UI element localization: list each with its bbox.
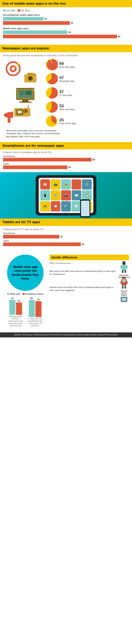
section3-subtitle: Frequent users of newspaper apps by devi… (3, 151, 129, 154)
section3-tablet-label: Tablet (3, 163, 129, 165)
pie-value-tv: 37 (59, 90, 72, 94)
legend-teal2-box (7, 293, 9, 295)
app-icon-8: 📷 (61, 190, 71, 200)
app-icon-10: 🏠 (82, 190, 92, 200)
bar-teal-30 (3, 17, 43, 20)
svg-point-28 (4, 114, 6, 117)
bar-row-42: 42 (3, 235, 129, 238)
bottom-bar-79: 79 (35, 298, 41, 317)
app-icon-12: 💬 (51, 201, 60, 211)
section3-smartphone-label: Smartphone (3, 155, 129, 158)
pie-value-news-service: 25 (59, 118, 76, 122)
section4: Tablets are for TV apps Frequent users o… (0, 218, 132, 252)
svg-rect-48 (126, 281, 127, 284)
app-icon-9: ✉️ (72, 190, 81, 200)
phone-screen (81, 200, 90, 216)
bar-value-85: 85 (118, 35, 120, 38)
legend-red2-box (23, 293, 25, 295)
bar-teal-48 (3, 30, 68, 34)
app-icon-3: 📻 (61, 180, 71, 190)
svg-point-22 (25, 110, 27, 112)
app-icon-6: 📱 (40, 190, 50, 200)
pie-chart-niche (46, 59, 58, 71)
legend-q1-2012: Q1 2012 (3, 9, 15, 12)
illustration-col (3, 59, 43, 123)
section2-note: About half of all mobile news consumers … (6, 129, 61, 138)
woman-figure-icon (119, 276, 128, 290)
pie-info-news-service: 25 News service apps (59, 118, 76, 124)
gender-row-women: Women were more likely than men to downl… (50, 282, 129, 296)
svg-rect-26 (8, 118, 11, 123)
pie-info-tv: 37 TV news apps (59, 90, 72, 96)
section4-chart: Smartphone 42 Tablet 58 (3, 232, 129, 246)
app-icon-13: 🔍 (61, 201, 71, 211)
bottom-legend-smartphone: Smartphone owners (23, 293, 43, 295)
svg-rect-17 (22, 100, 28, 102)
section4-smartphone-label: Smartphone (3, 232, 129, 234)
svg-rect-45 (122, 286, 123, 289)
section2-header: Newspaper apps are popular (0, 45, 132, 52)
bar-row-50: 50 (3, 21, 129, 25)
pie-value-newspaper: 47 (59, 76, 75, 80)
target-icon (5, 61, 21, 77)
app-icon-14: 📊 (72, 201, 81, 211)
app-icon-7: 🗺️ (51, 190, 60, 200)
phone-device (80, 199, 90, 218)
pie-label-niche: Niche news apps (59, 66, 75, 68)
bottom-bar-85: 85 (29, 297, 35, 317)
bar-val-85: 85 (30, 297, 33, 300)
bottom-legend-tablet: Tablet users (7, 293, 21, 295)
svg-point-8 (29, 77, 32, 80)
pie-item-news-service: 25 News service apps (46, 115, 129, 127)
bottom-legend-smartphone-label: Smartphone owners (25, 293, 43, 295)
bottom-legend-tablet-label: Tablet users (10, 293, 21, 295)
pie-item-newspaper: 47 Newspaper apps (46, 73, 129, 85)
bar-row-66: 66 (3, 158, 129, 162)
tv-icon (15, 87, 35, 103)
radio-icon (13, 105, 31, 117)
legend-red-box (18, 10, 20, 12)
bottom-bar-74: 74 (9, 297, 15, 315)
bar-rect-74 (9, 300, 15, 315)
section2-subtitle: Among those who use their smartphones to… (3, 54, 129, 57)
section2: Newspaper apps are popular Among those w… (0, 45, 132, 138)
legend-q1-2012-label: Q1 2012 (7, 9, 15, 12)
pie-chart-newspaper (46, 73, 58, 85)
svg-rect-36 (122, 265, 126, 270)
bar-label-group2: TV app users who download the app of the… (27, 318, 43, 327)
svg-rect-15 (25, 91, 31, 95)
gender-figure-women: Women prefer tablets (119, 282, 129, 296)
bar-row-85: 85 (3, 35, 129, 38)
bar-red-58 (3, 242, 81, 246)
section1-legend: Q1 2012 Q1 2013 (3, 9, 129, 12)
legend-q1-2013: Q1 2013 (18, 9, 30, 12)
section4-header: Tablets are for TV apps (0, 218, 132, 226)
bar-row-48-s3: 48 (3, 166, 129, 169)
pie-item-tv: 37 TV news apps (46, 87, 129, 99)
app-icon-5: ⚙️ (82, 180, 92, 190)
bar-value-50: 50 (71, 22, 73, 24)
pie-info-niche: 69 Niche news apps (59, 61, 75, 68)
app-icon-1: 📰 (40, 180, 50, 190)
bottom-right: Gender differences When consuming news: … (50, 254, 129, 328)
pie-label-news-service: News service apps (59, 122, 76, 124)
bar-rect-61 (16, 302, 22, 315)
svg-line-24 (27, 105, 29, 108)
svg-rect-47 (120, 281, 122, 284)
svg-point-35 (122, 263, 125, 265)
pie-info-radio: 33 Radio news apps (59, 104, 75, 110)
section4-subtitle: Frequent users of TV apps by device (%) (3, 228, 129, 230)
tablet-illustration: 📰 📺 📻 🎵 ⚙️ 📱 🗺️ 📷 ✉️ 🏠 🎮 💬 🔍 📊 🛒 (0, 172, 132, 218)
pie-chart-news-service (46, 115, 58, 127)
section1-header: Use of mobile news apps is on the rise (0, 0, 132, 7)
bar-val-61: 61 (18, 300, 20, 302)
legend-teal-box (3, 10, 6, 12)
bar-rect-85 (29, 300, 35, 317)
svg-rect-40 (126, 265, 127, 269)
svg-rect-38 (124, 270, 126, 273)
pie-label-radio: Radio news apps (59, 108, 75, 110)
pie-label-tv: TV news apps (59, 94, 72, 96)
bar-red-85 (3, 35, 117, 38)
bar-row-30: 30 (3, 17, 129, 20)
app-icon-2: 📺 (51, 180, 60, 190)
